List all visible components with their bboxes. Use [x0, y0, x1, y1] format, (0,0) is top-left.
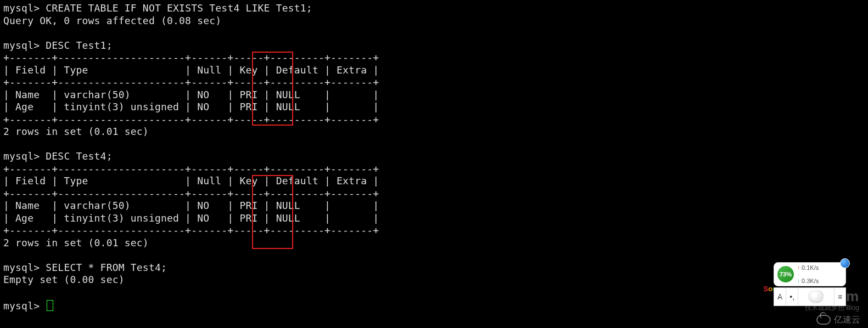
table-row: | Age | tinyint(3) unsigned | NO | PRI |… — [3, 101, 379, 112]
table-divider: +-------+---------------------+------+--… — [3, 114, 379, 125]
table-divider: +-------+---------------------+------+--… — [3, 52, 379, 63]
ime-toolbar[interactable]: A •, ≡ — [774, 287, 846, 306]
widget-accent-dot — [840, 258, 850, 268]
sogou-dog-icon — [808, 290, 824, 303]
download-icon: ↓ — [797, 275, 800, 287]
cloud-icon — [816, 315, 831, 325]
ime-mode[interactable]: A — [774, 288, 786, 306]
sql-desc-test4: DESC Test4; — [46, 150, 112, 162]
table-header: | Field | Type | Null | Key | Default | … — [3, 175, 379, 186]
upload-rate: 0.1K/s — [802, 262, 819, 274]
table-row: | Name | varchar(50) | NO | PRI | NULL |… — [3, 89, 379, 100]
sql-desc-test1: DESC Test1; — [46, 39, 112, 51]
terminal-output: mysql> CREATE TABLE IF NOT EXISTS Test4 … — [0, 0, 868, 315]
sql-select: SELECT * FROM Test4; — [46, 262, 167, 273]
upload-icon: ↑ — [797, 262, 800, 274]
table-divider: +-------+---------------------+------+--… — [3, 224, 379, 236]
prompt: mysql> — [3, 300, 40, 312]
prompt: mysql> — [3, 150, 40, 162]
table-row: | Name | varchar(50) | NO | PRI | NULL |… — [3, 200, 379, 211]
result-select: Empty set (0.00 sec) — [3, 274, 125, 285]
table-row: | Age | tinyint(3) unsigned | NO | PRI |… — [3, 212, 379, 224]
prompt: mysql> — [3, 262, 40, 273]
result-create: Query OK, 0 rows affected (0.08 sec) — [3, 15, 221, 26]
rows-summary: 2 rows in set (0.01 sec) — [3, 237, 149, 248]
ime-menu-icon[interactable]: ≡ — [835, 288, 845, 306]
prompt: mysql> — [3, 2, 40, 14]
table-header: | Field | Type | Null | Key | Default | … — [3, 64, 379, 76]
ime-punct[interactable]: •, — [786, 288, 798, 306]
table-divider: +-------+---------------------+------+--… — [3, 188, 379, 199]
cpu-percent-badge: 73% — [777, 266, 794, 282]
prompt: mysql> — [3, 39, 40, 51]
network-rates: ↑0.1K/s ↓0.3K/s — [797, 262, 819, 287]
cursor[interactable] — [47, 300, 53, 311]
download-rate: 0.3K/s — [802, 275, 819, 287]
table-divider: +-------+---------------------+------+--… — [3, 163, 379, 174]
rows-summary: 2 rows in set (0.01 sec) — [3, 126, 149, 137]
sql-create: CREATE TABLE IF NOT EXISTS Test4 LIKE Te… — [46, 2, 312, 14]
watermark-yisu: 亿速云 — [816, 314, 860, 326]
table-divider: +-------+---------------------+------+--… — [3, 76, 379, 88]
